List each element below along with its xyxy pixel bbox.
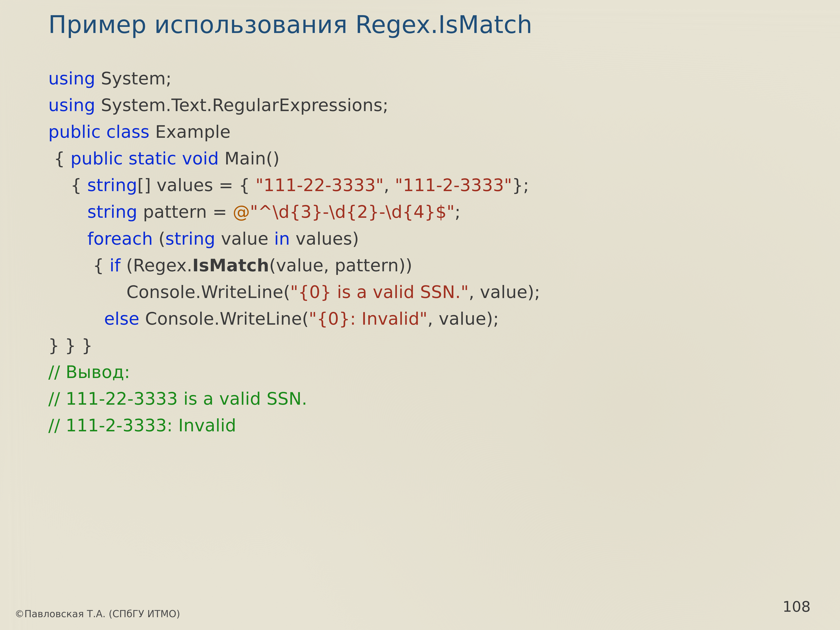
code-line-6: string pattern = @"^\d{3}-\d{2}-\d{4}$"; bbox=[48, 199, 807, 225]
code-line-10: else Console.WriteLine("{0}: Invalid", v… bbox=[48, 305, 807, 332]
code-line-7: foreach (string value in values) bbox=[48, 225, 807, 252]
code-line-2: using System.Text.RegularExpressions; bbox=[48, 92, 807, 118]
footer-page-number: 108 bbox=[782, 598, 811, 615]
code-line-12: // Вывод: bbox=[48, 359, 807, 385]
code-line-11: } } } bbox=[48, 332, 807, 359]
code-line-4: { public static void Main() bbox=[48, 145, 807, 172]
code-block: using System; using System.Text.RegularE… bbox=[48, 65, 807, 439]
code-line-3: public class Example bbox=[48, 118, 807, 145]
code-line-14: // 111-2-3333: Invalid bbox=[48, 412, 807, 439]
slide: Пример использования Regex.IsMatch using… bbox=[0, 0, 840, 630]
code-line-5: { string[] values = { "111-22-3333", "11… bbox=[48, 172, 807, 199]
code-line-1: using System; bbox=[48, 65, 807, 92]
code-line-8: { if (Regex.IsMatch(value, pattern)) bbox=[48, 252, 807, 279]
code-line-13: // 111-22-3333 is a valid SSN. bbox=[48, 385, 807, 412]
code-line-9: Console.WriteLine("{0} is a valid SSN.",… bbox=[48, 279, 807, 305]
footer-copyright: ©Павловская Т.А. (СПбГУ ИТМО) bbox=[15, 608, 180, 619]
slide-title: Пример использования Regex.IsMatch bbox=[48, 11, 819, 39]
